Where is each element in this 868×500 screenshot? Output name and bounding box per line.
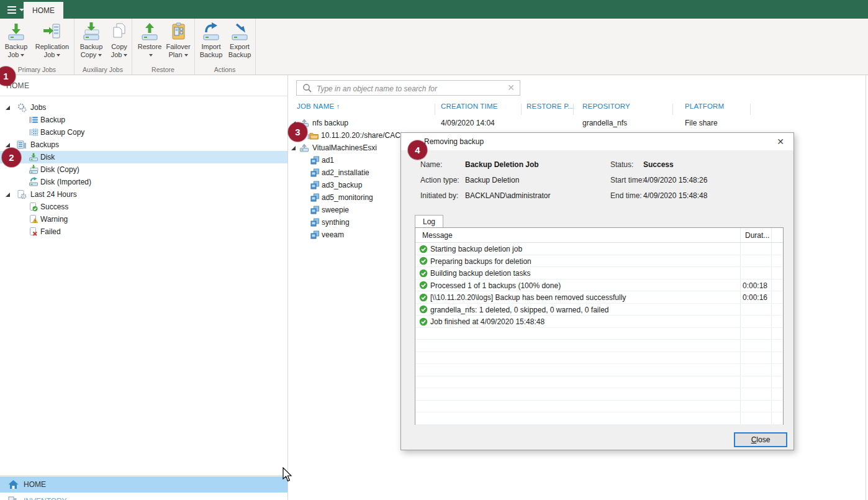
column-header-duration[interactable]: Durat... bbox=[745, 231, 769, 240]
nav-item-home[interactable]: HOME bbox=[0, 476, 287, 493]
button-label: Job bbox=[111, 51, 122, 58]
tree-item-label: Success bbox=[40, 202, 68, 211]
column-header-message[interactable]: Message bbox=[422, 231, 453, 240]
tree-item-label: Disk (Copy) bbox=[40, 165, 79, 174]
backup-copy-jobs-icon bbox=[29, 127, 38, 139]
vm-name: veeam bbox=[322, 230, 344, 239]
vm-icon bbox=[310, 217, 320, 229]
button-label: Replication bbox=[35, 43, 69, 51]
success-check-icon bbox=[419, 281, 428, 291]
tree-item-label: Disk bbox=[40, 153, 55, 161]
tree-item-jobs[interactable]: Jobs bbox=[0, 101, 287, 114]
tree-item-disk[interactable]: Disk bbox=[0, 151, 287, 163]
expander-icon[interactable] bbox=[5, 192, 11, 198]
backup-copy-icon bbox=[81, 21, 102, 42]
dialog-title-bar: Removing backup ✕ bbox=[401, 133, 793, 150]
tree-item-failed[interactable]: Failed bbox=[0, 225, 287, 238]
tab-log[interactable]: Log bbox=[415, 215, 443, 228]
success-check-icon bbox=[419, 269, 428, 280]
tree-item-label: Backup Copy bbox=[40, 128, 84, 137]
annotation-badge-3: 3 bbox=[288, 122, 307, 142]
log-row: [\\10.11.20.20\logs] Backup has been rem… bbox=[415, 291, 783, 304]
end-time-value: 4/09/2020 15:48:48 bbox=[643, 191, 707, 200]
vm-name: ad2_installatie bbox=[322, 168, 369, 177]
ribbon-group-actions: Import Backup Export Backup Actions bbox=[194, 19, 256, 75]
log-empty-row bbox=[415, 352, 783, 365]
log-row: Building backup deletion tasks bbox=[415, 267, 783, 280]
job-name: nfs backup bbox=[312, 119, 348, 127]
backup-copy-button[interactable]: Backup Copy bbox=[76, 21, 106, 59]
tree-item-label: Last 24 Hours bbox=[30, 190, 77, 199]
log-message: Processed 1 of 1 backups (100% done) bbox=[430, 281, 561, 290]
share-path: 10.11.20.20:/share/CACHE bbox=[321, 131, 411, 140]
search-input[interactable] bbox=[315, 81, 498, 96]
copy-job-button[interactable]: Copy Job bbox=[107, 21, 131, 59]
annotation-badge-2: 2 bbox=[2, 148, 21, 167]
success-check-icon bbox=[419, 293, 428, 304]
ribbon: Backup Job Replication Job Primary Jobs … bbox=[0, 19, 868, 75]
tree-item-success[interactable]: Success bbox=[0, 201, 287, 213]
repository: grandella_nfs bbox=[582, 119, 627, 127]
tree-item-warning[interactable]: Warning bbox=[0, 213, 287, 225]
log-empty-row bbox=[415, 376, 783, 389]
ribbon-group-label: Restore bbox=[132, 66, 194, 73]
failover-plan-button[interactable]: Failover Plan bbox=[164, 21, 192, 59]
log-duration: 0:00:18 bbox=[739, 281, 767, 290]
vm-icon bbox=[310, 155, 320, 167]
log-message: Job finished at 4/09/2020 15:48:48 bbox=[430, 317, 545, 326]
expander-icon[interactable] bbox=[5, 142, 11, 148]
tree-item-backups[interactable]: Backups bbox=[0, 139, 287, 151]
log-table-header: Message Durat... bbox=[415, 228, 783, 243]
button-label: Plan bbox=[168, 51, 182, 58]
column-divider bbox=[521, 104, 522, 115]
nav-item-inventory[interactable]: INVENTORY bbox=[0, 493, 287, 500]
backup-job-button[interactable]: Backup Job bbox=[1, 21, 31, 59]
column-header-creation-time[interactable]: CREATION TIME bbox=[441, 102, 498, 110]
ribbon-group-auxiliary-jobs: Backup Copy Copy Job Auxiliary Jobs bbox=[74, 19, 132, 75]
log-message: Starting backup deletion job bbox=[430, 245, 522, 253]
log-message: grandella_nfs: 1 deleted, 0 skipped, 0 w… bbox=[430, 306, 609, 314]
vm-icon bbox=[310, 230, 320, 242]
tree-item-disk-copy[interactable]: Disk (Copy) bbox=[0, 163, 287, 176]
column-header-restore-points[interactable]: RESTORE P... bbox=[527, 102, 574, 110]
import-backup-button[interactable]: Import Backup bbox=[197, 21, 225, 59]
column-header-repository[interactable]: REPOSITORY bbox=[582, 102, 630, 110]
export-backup-button[interactable]: Export Backup bbox=[226, 21, 253, 59]
button-label: Job bbox=[8, 51, 19, 58]
ribbon-group-label: Auxiliary Jobs bbox=[74, 66, 132, 73]
tree-item-last-24-hours[interactable]: Last 24 Hours bbox=[0, 188, 287, 201]
log-row: Starting backup deletion job bbox=[415, 243, 783, 255]
tree-item-backup[interactable]: Backup bbox=[0, 114, 287, 126]
tree-item-backup-copy[interactable]: Backup Copy bbox=[0, 126, 287, 139]
initiated-by-value: BACKLAND\administrator bbox=[465, 191, 550, 200]
vm-icon bbox=[310, 180, 320, 192]
warning-icon bbox=[29, 214, 38, 226]
clear-search-icon[interactable]: ✕ bbox=[507, 83, 515, 93]
column-header-platform[interactable]: PLATFORM bbox=[685, 102, 724, 110]
replication-job-button[interactable]: Replication Job bbox=[32, 21, 72, 59]
table-row[interactable]: nfs backup 4/09/2020 14:04 grandella_nfs… bbox=[289, 117, 866, 129]
button-label: Import bbox=[201, 43, 220, 51]
button-label: Backup bbox=[5, 43, 28, 51]
start-time-value: 4/09/2020 15:48:26 bbox=[643, 176, 707, 184]
vm-icon bbox=[310, 205, 320, 217]
expander-icon[interactable] bbox=[5, 105, 11, 111]
close-button[interactable]: Close bbox=[734, 432, 787, 447]
restore-button[interactable]: Restore bbox=[135, 21, 164, 59]
mouse-cursor bbox=[283, 467, 294, 485]
tree-item-disk-imported[interactable]: Disk (Imported) bbox=[0, 176, 287, 188]
dropdown-caret-icon bbox=[124, 54, 127, 57]
vm-icon bbox=[310, 168, 320, 180]
jobs-icon bbox=[17, 102, 27, 114]
log-message: [\\10.11.20.20\logs] Backup has been rem… bbox=[430, 293, 626, 302]
home-icon bbox=[8, 480, 19, 491]
column-divider bbox=[435, 104, 435, 115]
log-empty-row bbox=[415, 328, 783, 340]
restore-icon bbox=[139, 21, 160, 42]
column-header-job-name[interactable]: JOB NAME ↑ bbox=[297, 102, 340, 110]
success-check-icon bbox=[419, 257, 428, 267]
expander-icon[interactable] bbox=[291, 145, 296, 151]
dialog-close-icon[interactable]: ✕ bbox=[774, 135, 787, 148]
vm-name: ad1 bbox=[322, 156, 334, 165]
ribbon-tab-home[interactable]: HOME bbox=[24, 2, 63, 19]
